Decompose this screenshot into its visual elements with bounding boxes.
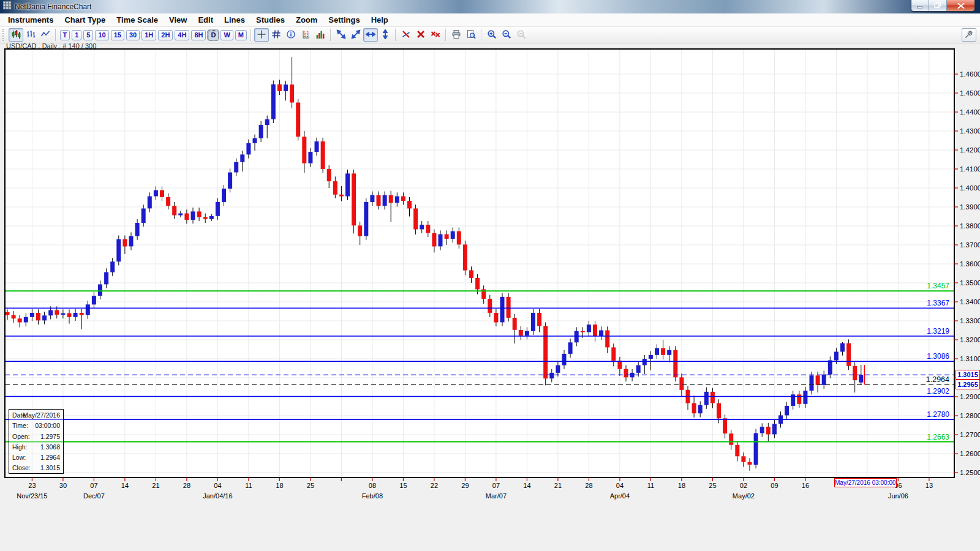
menu-settings[interactable]: Settings <box>323 15 365 25</box>
svg-text:13: 13 <box>925 482 933 489</box>
titlebar: NetDania FinanceChart <box>0 0 980 13</box>
maximize-button[interactable] <box>929 0 947 11</box>
minimize-button[interactable] <box>911 0 929 11</box>
svg-text:21: 21 <box>152 482 159 489</box>
svg-text:1.2: 1.2 <box>304 34 309 37</box>
info-button[interactable] <box>284 28 298 42</box>
zoom-reset-button[interactable] <box>514 28 529 42</box>
vertical-line-button[interactable] <box>378 28 393 42</box>
menu-instruments[interactable]: Instruments <box>2 15 59 25</box>
toolbar-separator <box>330 29 331 41</box>
zoom-reset-icon <box>516 29 526 41</box>
ohlc-value: 1.2975 <box>40 433 60 440</box>
line-chart-button[interactable] <box>38 28 53 42</box>
timeframe-10-button[interactable]: 10 <box>95 30 108 40</box>
timeframe-m-button[interactable]: M <box>235 30 247 40</box>
svg-text:1.3700: 1.3700 <box>960 241 980 249</box>
horizontal-line-button[interactable] <box>363 28 378 42</box>
svg-text:22: 22 <box>431 482 438 489</box>
timeframe-t-button[interactable]: T <box>60 30 70 40</box>
svg-text:1.2700: 1.2700 <box>960 431 980 438</box>
ohlc-label: High: <box>12 443 28 451</box>
svg-text:07: 07 <box>90 482 97 489</box>
svg-text:16: 16 <box>802 482 809 489</box>
data-values-button[interactable]: 1.31.2 <box>298 28 313 42</box>
timeframe-1h-button[interactable]: 1H <box>141 30 156 40</box>
svg-text:1.2800: 1.2800 <box>960 412 980 419</box>
grid-button[interactable] <box>269 28 284 42</box>
svg-text:18: 18 <box>678 482 685 489</box>
pin-panel-button[interactable] <box>962 28 976 42</box>
svg-text:1.4300: 1.4300 <box>960 127 980 135</box>
volume-icon <box>315 29 325 41</box>
bar-chart-button[interactable] <box>23 28 38 42</box>
svg-text:1.3500: 1.3500 <box>960 279 980 287</box>
ohlc-row-low: Low:1.2964 <box>9 452 63 462</box>
menu-edit[interactable]: Edit <box>192 15 219 25</box>
timeframe-30-button[interactable]: 30 <box>126 30 140 40</box>
svg-text:02: 02 <box>740 482 747 489</box>
menu-help[interactable]: Help <box>366 15 394 25</box>
svg-text:15: 15 <box>399 482 407 489</box>
timeframe-w-button[interactable]: W <box>221 30 233 40</box>
timeframe-d-button[interactable]: D <box>208 30 219 40</box>
current-price-box: 1.3015 <box>956 370 980 380</box>
menu-chart-type[interactable]: Chart Type <box>59 15 111 25</box>
menu-view[interactable]: View <box>164 15 192 25</box>
horizontal-line-icon <box>366 29 375 41</box>
delete-button[interactable] <box>413 28 428 42</box>
svg-text:1.2900: 1.2900 <box>960 393 980 400</box>
trendline-up-icon <box>351 29 361 41</box>
grid-icon <box>271 29 281 41</box>
menu-lines[interactable]: Lines <box>219 15 251 25</box>
print-preview-button[interactable] <box>464 28 478 42</box>
crosshair-icon <box>257 29 266 41</box>
svg-text:1.4400: 1.4400 <box>960 108 980 116</box>
menu-studies[interactable]: Studies <box>251 15 290 25</box>
candlestick-chart-button[interactable] <box>9 28 23 42</box>
print-preview-icon <box>466 29 476 41</box>
ohlc-value: 03:00:00 <box>35 422 60 429</box>
timeframe-2h-button[interactable]: 2H <box>158 30 173 40</box>
ohlc-value: May/27/2016 <box>23 411 60 419</box>
chart-instrument-label: USD/CAD , Daily , # 140 / 300 <box>6 42 96 50</box>
svg-text:Apr/04: Apr/04 <box>610 492 630 500</box>
trendline-up-button[interactable] <box>349 28 363 42</box>
zoom-out-button[interactable] <box>499 28 514 42</box>
svg-text:Nov/23/15: Nov/23/15 <box>17 492 47 500</box>
vertical-line-icon <box>380 29 390 41</box>
svg-text:1.2500: 1.2500 <box>960 469 980 476</box>
zoom-out-icon <box>502 29 511 41</box>
timeframe-15-button[interactable]: 15 <box>111 30 124 40</box>
svg-text:1.2902: 1.2902 <box>927 387 949 395</box>
window-title: NetDania FinanceChart <box>15 2 91 11</box>
volume-button[interactable] <box>313 28 328 42</box>
svg-text:1.2780: 1.2780 <box>927 410 949 419</box>
ohlc-row-high: High:1.3068 <box>9 441 63 452</box>
delete-all-button[interactable] <box>428 28 443 42</box>
timeframe-8h-button[interactable]: 8H <box>191 30 206 40</box>
timeframe-4h-button[interactable]: 4H <box>175 30 189 40</box>
svg-text:May/02: May/02 <box>733 492 755 500</box>
timeframe-1-button[interactable]: 1 <box>72 30 81 40</box>
delete-line-button[interactable] <box>399 28 413 42</box>
toolbar-grip[interactable] <box>2 29 6 41</box>
svg-text:1.3457: 1.3457 <box>927 282 949 290</box>
window-controls <box>911 0 975 12</box>
print-button[interactable] <box>449 28 464 42</box>
menu-time-scale[interactable]: Time Scale <box>111 15 164 25</box>
trendline-down-button[interactable] <box>334 28 349 42</box>
svg-text:Jun/06: Jun/06 <box>888 492 908 500</box>
menubar: InstrumentsChart TypeTime ScaleViewEditL… <box>0 13 980 27</box>
close-button[interactable] <box>947 0 974 11</box>
crosshair-button[interactable] <box>254 28 269 42</box>
timeframe-5-button[interactable]: 5 <box>83 30 93 40</box>
menu-zoom[interactable]: Zoom <box>290 15 323 25</box>
zoom-in-button[interactable] <box>484 28 499 42</box>
svg-text:30: 30 <box>59 482 67 489</box>
line-chart-icon <box>40 29 50 41</box>
candlestick-chart[interactable]: 1.34571.33671.32191.30861.29021.27801.26… <box>0 43 980 508</box>
zoom-in-icon <box>487 29 497 41</box>
ohlc-tooltip: Date:May/27/2016Time:03:00:00Open:1.2975… <box>9 409 64 474</box>
ohlc-label: Open: <box>12 433 30 440</box>
